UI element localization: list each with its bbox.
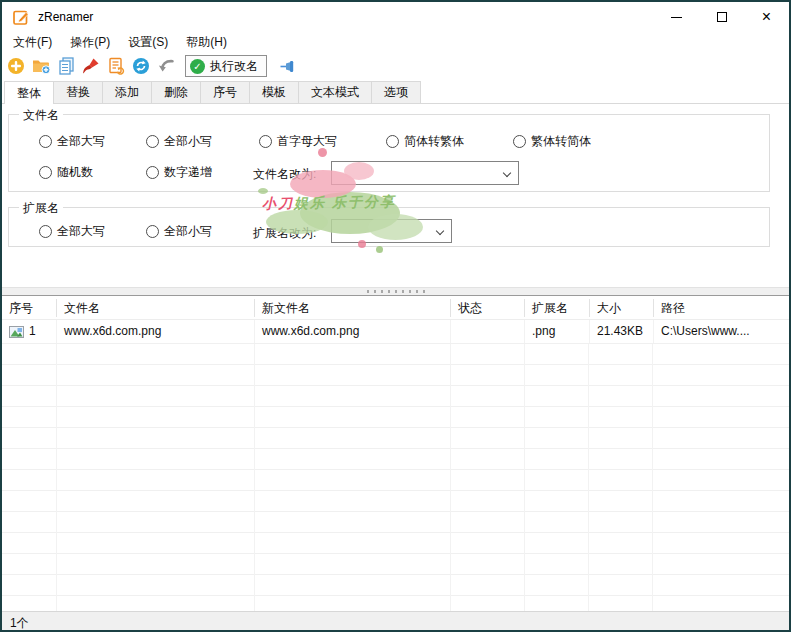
filename-group-legend: 文件名 [19, 107, 63, 124]
column-header-new-filename[interactable]: 新文件名 [255, 299, 451, 317]
check-icon: ✓ [190, 59, 205, 74]
column-header-path[interactable]: 路径 [654, 299, 789, 317]
cell-index-text: 1 [29, 320, 36, 343]
radio-filename-random-number[interactable]: 随机数 [39, 164, 93, 181]
radio-filename-simplified-to-traditional[interactable]: 简体转繁体 [386, 133, 464, 150]
menu-bar: 文件(F) 操作(P) 设置(S) 帮助(H) [2, 32, 789, 53]
table-row[interactable]: 1 www.x6d.com.png www.x6d.com.png .png 2… [2, 320, 789, 344]
column-header-index[interactable]: 序号 [2, 299, 57, 317]
radio-circle-icon [39, 135, 52, 148]
status-bar: 1个 [2, 611, 789, 632]
tab-panel-whole: 文件名 全部大写 全部小写 首字母大写 简体转繁体 繁体转简体 [2, 104, 789, 287]
cell-size: 21.43KB [590, 320, 654, 343]
extension-group-legend: 扩展名 [19, 200, 63, 217]
filename-change-combobox[interactable] [331, 161, 519, 185]
cell-new-filename: www.x6d.com.png [255, 320, 451, 343]
minimize-button[interactable] [654, 2, 699, 32]
cell-path: C:\Users\www.... [654, 320, 789, 343]
radio-filename-capitalize[interactable]: 首字母大写 [259, 133, 337, 150]
column-header-extension[interactable]: 扩展名 [525, 299, 590, 317]
maximize-button[interactable] [699, 2, 744, 32]
radio-label: 繁体转简体 [531, 133, 591, 150]
close-button[interactable]: × [744, 2, 789, 32]
add-files-icon [7, 57, 25, 75]
splitter-handle[interactable] [2, 287, 789, 296]
title-bar: zRenamer × [2, 2, 789, 32]
tab-replace[interactable]: 替换 [53, 81, 103, 103]
column-header-size[interactable]: 大小 [590, 299, 654, 317]
add-folder-icon [32, 57, 51, 75]
radio-extension-uppercase[interactable]: 全部大写 [39, 223, 105, 240]
image-file-icon [9, 326, 24, 338]
pin-window-button[interactable] [277, 56, 297, 76]
add-folder-button[interactable] [31, 56, 51, 76]
column-header-status[interactable]: 状态 [451, 299, 525, 317]
menu-operate[interactable]: 操作(P) [61, 32, 119, 53]
column-header-filename[interactable]: 文件名 [57, 299, 255, 317]
radio-label: 数字递增 [164, 164, 212, 181]
tab-add[interactable]: 添加 [102, 81, 152, 103]
tab-whole[interactable]: 整体 [4, 81, 54, 104]
splitter-grip-icon [367, 290, 425, 293]
undo-button[interactable] [156, 56, 176, 76]
execute-rename-button[interactable]: ✓ 执行改名 [185, 55, 267, 77]
menu-file[interactable]: 文件(F) [4, 32, 61, 53]
radio-circle-icon [39, 225, 52, 238]
app-logo-pencil-icon [13, 9, 30, 26]
radio-filename-traditional-to-simplified[interactable]: 繁体转简体 [513, 133, 591, 150]
menu-settings[interactable]: 设置(S) [119, 32, 177, 53]
radio-filename-number-increment[interactable]: 数字递增 [146, 164, 212, 181]
sync-button[interactable] [131, 56, 151, 76]
radio-circle-icon [386, 135, 399, 148]
radio-circle-icon [513, 135, 526, 148]
filename-groupbox: 文件名 全部大写 全部小写 首字母大写 简体转繁体 繁体转简体 [8, 114, 770, 192]
radio-label: 首字母大写 [277, 133, 337, 150]
close-icon: × [762, 9, 771, 25]
radio-label: 简体转繁体 [404, 133, 464, 150]
execute-rename-label: 执行改名 [210, 58, 258, 75]
file-table: 序号 文件名 新文件名 状态 扩展名 大小 路径 1 www.x6d.com.p… [2, 296, 789, 611]
clear-list-button[interactable] [81, 56, 101, 76]
copy-list-button[interactable] [56, 56, 76, 76]
tab-text-mode[interactable]: 文本模式 [298, 81, 372, 103]
refresh-list-icon [107, 57, 125, 75]
cell-extension: .png [525, 320, 590, 343]
extension-change-combobox[interactable] [331, 219, 452, 243]
window-title: zRenamer [38, 10, 93, 24]
tab-template[interactable]: 模板 [249, 81, 299, 103]
pin-icon [279, 58, 296, 75]
table-empty-area[interactable] [2, 344, 789, 611]
radio-circle-icon [146, 135, 159, 148]
cell-status [451, 320, 525, 343]
file-count-label: 1个 [10, 615, 29, 632]
sync-icon [132, 57, 150, 75]
tab-bar: 整体 替换 添加 删除 序号 模板 文本模式 选项 [2, 79, 789, 104]
radio-label: 全部大写 [57, 133, 105, 150]
table-header-row: 序号 文件名 新文件名 状态 扩展名 大小 路径 [2, 296, 789, 320]
extension-change-label: 扩展名改为: [253, 225, 316, 242]
chevron-down-icon [436, 227, 444, 235]
tab-options[interactable]: 选项 [371, 81, 421, 103]
chevron-down-icon [503, 169, 511, 177]
app-window: zRenamer × 文件(F) 操作(P) 设置(S) 帮助(H) [0, 0, 791, 632]
clear-brush-icon [82, 57, 100, 75]
cell-filename: www.x6d.com.png [57, 320, 255, 343]
radio-filename-uppercase[interactable]: 全部大写 [39, 133, 105, 150]
radio-label: 全部大写 [57, 223, 105, 240]
radio-circle-icon [39, 166, 52, 179]
filename-change-label: 文件名改为: [253, 166, 316, 183]
add-files-button[interactable] [6, 56, 26, 76]
radio-circle-icon [146, 166, 159, 179]
radio-label: 全部小写 [164, 223, 212, 240]
radio-circle-icon [259, 135, 272, 148]
menu-help[interactable]: 帮助(H) [177, 32, 236, 53]
undo-icon [157, 58, 176, 75]
tab-delete[interactable]: 删除 [151, 81, 201, 103]
extension-groupbox: 扩展名 全部大写 全部小写 扩展名改为: [8, 207, 770, 247]
radio-filename-lowercase[interactable]: 全部小写 [146, 133, 212, 150]
refresh-list-button[interactable] [106, 56, 126, 76]
tab-serial[interactable]: 序号 [200, 81, 250, 103]
radio-extension-lowercase[interactable]: 全部小写 [146, 223, 212, 240]
cell-index: 1 [2, 320, 57, 343]
toolbar: ✓ 执行改名 [2, 53, 789, 79]
